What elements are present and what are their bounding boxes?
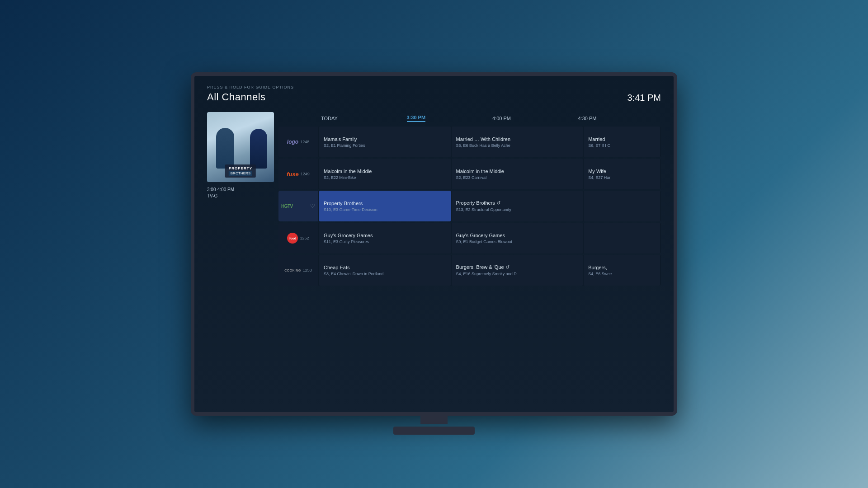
tv-stand bbox=[393, 415, 475, 435]
program-hgtv-partial[interactable] bbox=[584, 191, 660, 221]
program-malcolm-1[interactable]: Malcolm in the Middle S2, E22 Mini-Bike bbox=[319, 159, 451, 189]
guide-hint: PRESS & HOLD FOR GUIDE OPTIONS bbox=[207, 85, 294, 89]
programs-row-1252: Guy's Grocery Games S11, E3 Guilty Pleas… bbox=[318, 223, 661, 253]
program-subtitle: S4, E27 Har bbox=[588, 175, 656, 180]
preview-info: 3:00-4:00 PM TV-G bbox=[207, 187, 274, 199]
preview-time-range: 3:00-4:00 PM bbox=[207, 187, 274, 193]
time-slot-today: TODAY bbox=[318, 112, 404, 125]
time-slot-330: 3:30 PM bbox=[404, 112, 490, 125]
program-title: Property Brothers ↺ bbox=[456, 200, 579, 206]
program-malcolm-2[interactable]: Malcolm in the Middle S2, E23 Carnival bbox=[452, 159, 583, 189]
program-title: Property Brothers bbox=[324, 201, 446, 206]
time-label-today: TODAY bbox=[321, 116, 338, 121]
program-married-with-children[interactable]: Married … With Children S6, E6 Buck Has … bbox=[452, 127, 583, 157]
program-title: Cheap Eats bbox=[324, 265, 446, 270]
preview-show-title: PROPERTY bbox=[229, 166, 252, 170]
channel-number-1253: 1253 bbox=[303, 268, 312, 272]
guide-header: PRESS & HOLD FOR GUIDE OPTIONS All Chann… bbox=[207, 85, 661, 103]
time-header: TODAY 3:30 PM 4:00 PM 4:30 PM bbox=[278, 112, 661, 125]
program-subtitle: S3, E4 Chowin' Down in Portland bbox=[324, 272, 446, 276]
time-slots: TODAY 3:30 PM 4:00 PM 4:30 PM bbox=[318, 112, 661, 125]
program-burgers-partial[interactable]: Burgers, S4, E6 Swee bbox=[584, 255, 660, 286]
program-subtitle: S9, E1 Budget Games Blowout bbox=[456, 239, 579, 244]
tv-frame: PRESS & HOLD FOR GUIDE OPTIONS All Chann… bbox=[191, 72, 677, 416]
food-icon: food bbox=[287, 233, 298, 244]
program-title: Burgers, Brew & 'Que ↺ bbox=[456, 264, 579, 270]
program-title: My Wife bbox=[588, 169, 656, 174]
tv-stand-base bbox=[393, 427, 475, 435]
program-married-partial[interactable]: Married S6, E7 If I C bbox=[584, 127, 660, 157]
channel-number-1249: 1249 bbox=[301, 172, 310, 176]
program-subtitle: S2, E23 Carnival bbox=[456, 175, 579, 180]
program-subtitle: S13, E2 Structural Opportunity bbox=[456, 207, 579, 212]
program-subtitle: S10, E3 Game-Time Decision bbox=[324, 207, 446, 212]
preview-panel: PROPERTY BROTHERS 3:00-4:00 PM TV-G bbox=[207, 112, 274, 405]
program-guys-grocery-2[interactable]: Guy's Grocery Games S9, E1 Budget Games … bbox=[452, 223, 583, 253]
time-label-400: 4:00 PM bbox=[492, 116, 511, 121]
favorite-icon[interactable]: ♡ bbox=[310, 203, 315, 209]
channel-number-1248: 1248 bbox=[300, 140, 309, 144]
programs-row-1249: Malcolm in the Middle S2, E22 Mini-Bike … bbox=[318, 159, 661, 189]
guide-title: All Channels bbox=[207, 91, 294, 103]
channel-row-1248: logo 1248 Mama's Family S2, E1 Flaming F… bbox=[278, 127, 661, 157]
guide-time: 3:41 PM bbox=[627, 93, 661, 103]
channel-rows: logo 1248 Mama's Family S2, E1 Flaming F… bbox=[278, 127, 661, 286]
program-title: Married … With Children bbox=[456, 136, 579, 142]
program-title: Burgers, bbox=[588, 265, 656, 270]
preview-rating: TV-G bbox=[207, 193, 274, 199]
guide-main: PROPERTY BROTHERS 3:00-4:00 PM TV-G bbox=[207, 112, 661, 405]
cooking-icon: COOKING bbox=[284, 269, 301, 272]
preview-image: PROPERTY BROTHERS bbox=[207, 112, 274, 182]
time-slot-430: 4:30 PM bbox=[576, 112, 661, 125]
time-label-430: 4:30 PM bbox=[578, 116, 597, 121]
channel-row-1249: fuse 1249 Malcolm in the Middle S2, E22 … bbox=[278, 159, 661, 189]
figure-right bbox=[250, 129, 267, 169]
program-subtitle: S11, E3 Guilty Pleasures bbox=[324, 239, 446, 244]
figure-left bbox=[216, 128, 234, 169]
program-subtitle: S2, E1 Flaming Forties bbox=[324, 143, 446, 148]
guide-title-area: PRESS & HOLD FOR GUIDE OPTIONS All Chann… bbox=[207, 85, 294, 103]
program-property-brothers-active[interactable]: Property Brothers S10, E3 Game-Time Deci… bbox=[319, 191, 451, 221]
time-slot-400: 4:00 PM bbox=[490, 112, 576, 125]
channel-row-1253: COOKING 1253 Cheap Eats S3, E4 Chowin' D… bbox=[278, 255, 661, 286]
channel-cell-cooking: COOKING 1253 bbox=[278, 255, 318, 286]
program-subtitle: S4, E6 Swee bbox=[588, 272, 656, 276]
programs-row-hgtv: Property Brothers S10, E3 Game-Time Deci… bbox=[318, 191, 661, 221]
program-cheap-eats[interactable]: Cheap Eats S3, E4 Chowin' Down in Portla… bbox=[319, 255, 451, 286]
program-title: Married bbox=[588, 136, 656, 142]
tv-content: PRESS & HOLD FOR GUIDE OPTIONS All Chann… bbox=[194, 76, 674, 412]
tv-stand-neck bbox=[420, 415, 448, 424]
channel-number-1252: 1252 bbox=[300, 236, 309, 240]
program-subtitle: S6, E6 Buck Has a Belly Ache bbox=[456, 143, 579, 148]
hgtv-icon: HGTV bbox=[281, 204, 293, 209]
channel-cell-food: food 1252 bbox=[278, 223, 318, 253]
program-subtitle: S4, E16 Supremely Smoky and D bbox=[456, 272, 579, 276]
fuse-icon: fuse bbox=[287, 171, 299, 178]
channel-row-1252: food 1252 Guy's Grocery Games S11, E3 Gu… bbox=[278, 223, 661, 253]
logo-icon: logo bbox=[287, 139, 298, 145]
channel-cell-logo: logo 1248 bbox=[278, 127, 318, 157]
preview-label-box: PROPERTY BROTHERS bbox=[225, 164, 256, 178]
preview-show-subtitle: BROTHERS bbox=[229, 171, 252, 176]
program-title: Guy's Grocery Games bbox=[456, 233, 579, 238]
program-guys-grocery-1[interactable]: Guy's Grocery Games S11, E3 Guilty Pleas… bbox=[319, 223, 451, 253]
program-title: Malcolm in the Middle bbox=[324, 169, 446, 174]
program-title: Malcolm in the Middle bbox=[456, 169, 579, 174]
time-label-330: 3:30 PM bbox=[407, 115, 426, 122]
program-property-brothers-2[interactable]: Property Brothers ↺ S13, E2 Structural O… bbox=[452, 191, 583, 221]
program-subtitle: S2, E22 Mini-Bike bbox=[324, 175, 446, 180]
program-mamas-family[interactable]: Mama's Family S2, E1 Flaming Forties bbox=[319, 127, 451, 157]
program-title: Guy's Grocery Games bbox=[324, 233, 446, 238]
programs-row-1248: Mama's Family S2, E1 Flaming Forties Mar… bbox=[318, 127, 661, 157]
guide-grid: TODAY 3:30 PM 4:00 PM 4:30 PM bbox=[278, 112, 661, 405]
program-burgers-brew[interactable]: Burgers, Brew & 'Que ↺ S4, E16 Supremely… bbox=[452, 255, 583, 286]
program-my-wife-partial[interactable]: My Wife S4, E27 Har bbox=[584, 159, 660, 189]
programs-row-1253: Cheap Eats S3, E4 Chowin' Down in Portla… bbox=[318, 255, 661, 286]
channel-cell-fuse: fuse 1249 bbox=[278, 159, 318, 189]
program-subtitle: S6, E7 If I C bbox=[588, 143, 656, 148]
program-food-partial[interactable] bbox=[584, 223, 660, 253]
time-spacer bbox=[278, 112, 318, 125]
channel-cell-hgtv: HGTV ♡ bbox=[278, 191, 318, 221]
channel-row-hgtv: HGTV ♡ Property Brothers S10, E3 Game-Ti… bbox=[278, 191, 661, 221]
program-title: Mama's Family bbox=[324, 136, 446, 142]
